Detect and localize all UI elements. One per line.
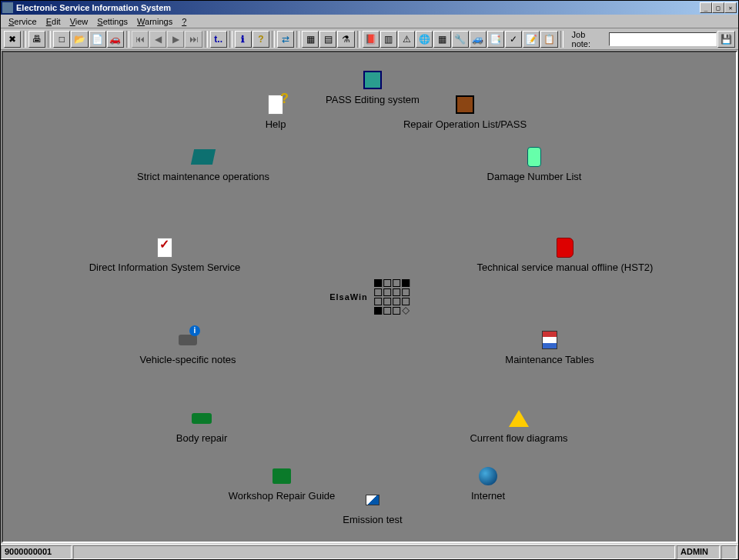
watermark-grid-icon [374, 279, 410, 315]
tb-car-icon[interactable]: 🚗 [107, 31, 124, 48]
close-button[interactable]: ✕ [724, 2, 737, 13]
icon-body-repair[interactable]: Body repair [125, 406, 279, 444]
tb-check-icon[interactable]: ✓ [505, 31, 522, 48]
workspace: PASS Editing system Help Repair Operatio… [2, 51, 737, 543]
icon-strict-maintenance[interactable]: Strict maintenance operations [126, 145, 280, 182]
tb-sync-icon[interactable]: ⇄ [277, 31, 294, 48]
tb-open-icon[interactable]: 📂 [71, 31, 88, 48]
tb-help-icon[interactable]: ? [252, 31, 269, 48]
tb-list-icon[interactable]: ▥ [380, 31, 397, 48]
folder-icon [191, 149, 216, 165]
tb-grid1-icon[interactable]: ▦ [302, 31, 319, 48]
icon-maintenance-tables[interactable]: Maintenance Tables [473, 328, 627, 365]
tb-save-note-icon[interactable]: 💾 [717, 31, 735, 48]
globe-icon [479, 467, 497, 485]
tb-doc-icon[interactable]: 📄 [89, 31, 106, 48]
menu-edit[interactable]: Edit [42, 16, 65, 27]
workshop-icon [273, 468, 291, 484]
icon-emission-test[interactable]: Emission test [296, 488, 450, 525]
statusbar: 9000000001 ADMIN [1, 544, 738, 559]
tb-table-icon[interactable]: ▦ [433, 31, 450, 48]
car-info-icon [179, 335, 197, 345]
status-id: 9000000001 [1, 545, 72, 559]
icon-vehicle-notes[interactable]: Vehicle-specific notes [111, 328, 265, 365]
warning-triangle-icon [509, 410, 529, 427]
tb-tool-icon[interactable]: 🔧 [452, 31, 469, 48]
job-note-label: Job note: [572, 30, 606, 48]
tb-prev-icon[interactable]: ◀ [149, 31, 166, 48]
tb-person-icon[interactable]: ⚗ [337, 31, 354, 48]
titlebar: Electronic Service Information System _ … [1, 1, 738, 15]
tb-car2-icon[interactable]: 🚙 [470, 31, 487, 48]
icon-damage-number[interactable]: Damage Number List [457, 145, 611, 182]
tb-text-icon[interactable]: t.. [210, 31, 227, 48]
tb-delete-icon[interactable]: ✖ [4, 31, 21, 48]
menu-service[interactable]: Service [4, 16, 42, 27]
book-icon [557, 238, 573, 258]
tb-print-icon[interactable]: 🖶 [28, 31, 45, 48]
icon-direct-info[interactable]: Direct Information System Service [57, 235, 273, 273]
maximize-button[interactable]: □ [712, 2, 724, 13]
tb-next-icon[interactable]: ▶ [167, 31, 184, 48]
tb-doc2-icon[interactable]: 📑 [487, 31, 504, 48]
car-body-icon [192, 413, 212, 424]
repair-icon [456, 95, 474, 114]
help-icon [268, 95, 283, 115]
job-note-input[interactable] [609, 32, 717, 46]
watermark: ElsaWin [329, 279, 410, 315]
tb-book-icon[interactable]: 📕 [363, 31, 380, 48]
menu-warnings[interactable]: Warnings [132, 16, 177, 27]
tb-sheet-icon[interactable]: 📋 [540, 31, 557, 48]
icon-tech-manual[interactable]: Technical service manual offline (HST2) [442, 235, 688, 273]
flag-icon [366, 495, 380, 505]
status-spacer [73, 545, 675, 559]
tb-first-icon[interactable]: ⏮ [132, 31, 149, 48]
tb-grid2-icon[interactable]: ▤ [319, 31, 336, 48]
icon-flow-diagrams[interactable]: Current flow diagrams [442, 406, 596, 444]
checklist-icon [157, 238, 172, 258]
menubar: Service Edit View Settings Warnings ? [1, 15, 738, 28]
menu-help[interactable]: ? [177, 16, 191, 27]
tb-note-icon[interactable]: 📝 [523, 31, 540, 48]
icon-help[interactable]: Help [199, 92, 353, 130]
app-window: Electronic Service Information System _ … [0, 0, 739, 560]
pass-icon [363, 71, 382, 89]
toolbar: ✖ 🖶 □ 📂 📄 🚗 ⏮ ◀ ▶ ⏭ t.. ℹ ? ⇄ ▦ ▤ ⚗ 📕 ▥ … [1, 28, 738, 50]
tb-new-icon[interactable]: □ [53, 31, 70, 48]
menu-settings[interactable]: Settings [92, 16, 132, 27]
menu-view[interactable]: View [65, 16, 93, 27]
status-grip [721, 545, 737, 559]
damage-icon [527, 147, 541, 167]
minimize-button[interactable]: _ [700, 2, 712, 13]
table-icon [542, 331, 557, 349]
tb-info-icon[interactable]: ℹ [235, 31, 252, 48]
app-icon [2, 2, 13, 13]
icon-repair-operation[interactable]: Repair Operation List/PASS [365, 92, 565, 130]
window-title: Electronic Service Information System [16, 3, 171, 12]
tb-last-icon[interactable]: ⏭ [185, 31, 202, 48]
tb-warn-icon[interactable]: ⚠ [398, 31, 415, 48]
tb-globe-icon[interactable]: 🌐 [416, 31, 433, 48]
status-user: ADMIN [677, 545, 720, 559]
